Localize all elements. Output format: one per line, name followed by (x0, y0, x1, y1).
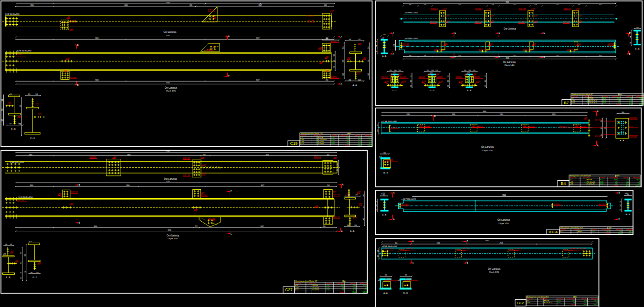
svg-text:BOLT 8.8: BOLT 8.8 (90, 156, 96, 158)
svg-text:p211: p211 (213, 46, 216, 48)
svg-text:p.205: p.205 (571, 102, 575, 103)
svg-text:BOLT C8 8.8: BOLT C8 8.8 (595, 135, 603, 137)
svg-text:55: 55 (447, 75, 449, 77)
svg-text:PL8 60.3x-10: PL8 60.3x-10 (589, 102, 598, 103)
svg-text:p.276: p.276 (629, 126, 633, 128)
svg-text:A - A: A - A (353, 84, 357, 86)
svg-text:110: 110 (337, 169, 338, 171)
svg-text:BOLT 8.8: BOLT 8.8 (554, 204, 560, 205)
svg-text:205: 205 (363, 218, 365, 220)
svg-text:p.111: p.111 (381, 193, 385, 194)
svg-text:|L| HE 300 B L=8700: |L| HE 300 B L=8700 (10, 162, 24, 164)
svg-text:p.204: p.204 (479, 49, 483, 51)
svg-text:Ön Görünüş: Ön Görünüş (497, 218, 510, 221)
svg-text:94: 94 (333, 60, 335, 62)
svg-text:p208: p208 (37, 262, 41, 264)
svg-text:C - C: C - C (32, 276, 37, 278)
svg-text:300: 300 (385, 274, 388, 276)
svg-text:841: 841 (409, 55, 412, 57)
svg-text:Ağırlık (kg): Ağırlık (kg) (360, 283, 367, 285)
svg-text:M16 8.8.8: M16 8.8.8 (437, 76, 443, 78)
svg-text:74: 74 (24, 271, 26, 273)
svg-text:206: 206 (342, 287, 344, 289)
svg-text:1050.1: 1050.1 (362, 291, 367, 293)
svg-text:M16 8.8: M16 8.8 (581, 126, 586, 128)
svg-text:p.205: p.205 (445, 20, 449, 22)
svg-text:p.318: p.318 (400, 249, 403, 251)
svg-text:p.318: p.318 (523, 125, 526, 127)
svg-text:p.204: p.204 (531, 8, 535, 10)
svg-text:M16 8.8.8: M16 8.8.8 (515, 248, 521, 250)
svg-text:B: B (79, 184, 80, 186)
svg-text:B - B: B - B (635, 48, 640, 50)
svg-text:1111: 1111 (513, 55, 516, 57)
svg-text:1580: 1580 (452, 113, 455, 115)
svg-text:8700: 8700 (166, 35, 169, 37)
svg-text:200: 200 (323, 225, 326, 227)
svg-text:p.14: p.14 (3, 253, 6, 255)
svg-text:18.44: 18.44 (357, 144, 361, 146)
svg-text:A - A: A - A (383, 292, 388, 294)
svg-text:184: 184 (347, 225, 349, 226)
svg-text:3007: 3007 (256, 79, 259, 81)
svg-text:Alan (m²): Alan (m²) (350, 283, 356, 285)
svg-text:p.205: p.205 (577, 43, 581, 45)
svg-text:BOLT 8.8: BOLT 8.8 (201, 194, 207, 196)
svg-text:Ölçek 1/20: Ölçek 1/20 (483, 149, 493, 152)
svg-text:8700: 8700 (166, 82, 169, 84)
svg-text:BOLT C8 8.8: BOLT C8 8.8 (629, 117, 637, 119)
svg-text:M16 8.8.8: M16 8.8.8 (431, 8, 437, 10)
svg-text:55: 55 (410, 85, 412, 87)
svg-text:p.67 HE 160 A L=5940: p.67 HE 160 A L=5940 (382, 246, 397, 247)
svg-text:S235: S235 (327, 285, 330, 287)
svg-text:S275: S275 (600, 183, 603, 185)
svg-text:1050.1: 1050.1 (628, 233, 633, 235)
svg-text:24: 24 (368, 60, 370, 62)
svg-text:1111: 1111 (458, 4, 461, 6)
svg-text:8700: 8700 (166, 2, 169, 4)
svg-text:1050.1: 1050.1 (593, 304, 598, 306)
svg-text:8901: 8901 (506, 1, 509, 3)
svg-text:S235: S235 (327, 287, 330, 289)
svg-text:M16 8.8.8: M16 8.8.8 (519, 8, 526, 10)
svg-text:p368: p368 (15, 260, 18, 262)
svg-text:35: 35 (376, 209, 378, 211)
svg-text:861: 861 (395, 242, 398, 244)
svg-text:205: 205 (342, 46, 344, 49)
svg-text:BOLT 8.8: BOLT 8.8 (17, 200, 24, 202)
svg-text:p.204: p.204 (459, 81, 463, 82)
svg-text:Ölçek 1/20: Ölçek 1/20 (489, 271, 500, 273)
svg-text:p.205: p.205 (490, 15, 494, 17)
svg-text:B: B (619, 192, 620, 194)
svg-text:8880: 8880 (483, 111, 486, 113)
svg-text:p.14: p.14 (295, 285, 298, 287)
svg-text:B: B (77, 44, 79, 46)
svg-text:p.27 HE 300 A L=8880: p.27 HE 300 A L=8880 (381, 121, 397, 123)
svg-text:p.211: p.211 (295, 289, 298, 291)
svg-text:201: 201 (358, 39, 361, 41)
svg-text:1800: 1800 (30, 4, 33, 6)
svg-text:p.204: p.204 (434, 49, 438, 51)
svg-text:p366: p366 (64, 70, 67, 72)
svg-text:p210: p210 (38, 113, 42, 115)
svg-text:M16 8.8: M16 8.8 (425, 126, 430, 128)
svg-text:20: 20 (630, 31, 632, 33)
svg-text:p.14: p.14 (29, 241, 32, 243)
svg-text:C27: C27 (285, 287, 293, 292)
svg-text:M16 8.8.8: M16 8.8.8 (386, 278, 392, 280)
svg-text:E - E: E - E (467, 89, 472, 92)
svg-text:A - A: A - A (382, 214, 387, 216)
svg-text:HE300B: HE300B (313, 285, 318, 287)
svg-text:PL20x200: PL20x200 (313, 287, 319, 289)
svg-text:Ölçek 1/20: Ölçek 1/20 (168, 237, 179, 240)
svg-text:p.204: p.204 (568, 49, 571, 51)
svg-text:9.06: 9.06 (353, 285, 356, 287)
svg-text:M16 8.8.8: M16 8.8.8 (406, 278, 412, 280)
svg-text:B - B: B - B (403, 292, 408, 294)
svg-text:p.205: p.205 (579, 20, 582, 22)
svg-text:18.44: 18.44 (629, 103, 633, 105)
svg-text:1986: 1986 (436, 242, 440, 244)
svg-text:M16 8.8.8: M16 8.8.8 (456, 76, 462, 78)
svg-text:210: 210 (473, 70, 475, 72)
svg-text:p.209: p.209 (202, 164, 206, 166)
